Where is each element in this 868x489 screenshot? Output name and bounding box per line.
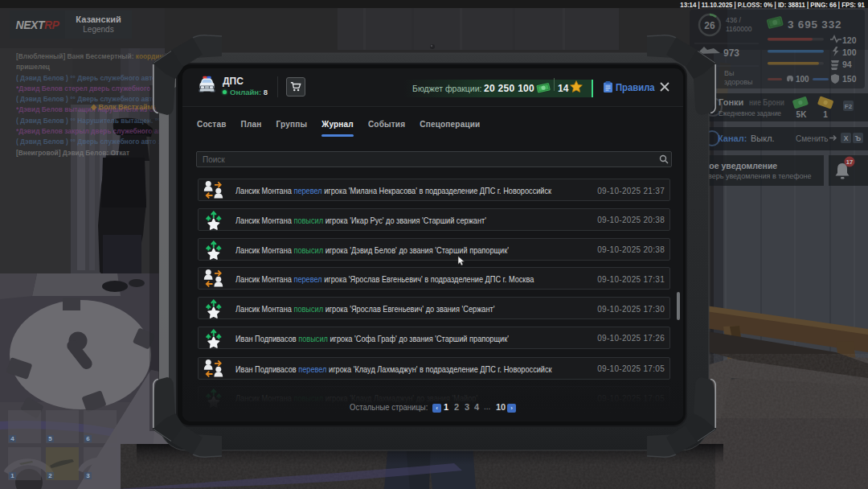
svg-text:436 /: 436 / bbox=[726, 16, 742, 24]
svg-text:17: 17 bbox=[846, 158, 853, 166]
svg-text:1: 1 bbox=[823, 110, 828, 119]
svg-text:3 695 332: 3 695 332 bbox=[788, 18, 841, 31]
svg-text:Ъ: Ъ bbox=[855, 134, 862, 142]
svg-text:6: 6 bbox=[86, 435, 90, 442]
svg-text:Сменить: Сменить bbox=[796, 134, 829, 143]
svg-text:F2: F2 bbox=[845, 103, 853, 110]
svg-text:ние Брони: ние Брони bbox=[749, 97, 784, 107]
svg-text:2: 2 bbox=[48, 472, 52, 479]
svg-text:94: 94 bbox=[842, 60, 852, 69]
svg-text:3: 3 bbox=[86, 472, 90, 479]
svg-text:X: X bbox=[844, 134, 849, 142]
svg-text:5: 5 bbox=[48, 435, 52, 442]
svg-text:Выкл.: Выкл. bbox=[751, 134, 775, 143]
svg-text:100: 100 bbox=[842, 47, 857, 57]
svg-text:5K: 5K bbox=[796, 110, 808, 119]
svg-text:150: 150 bbox=[842, 74, 857, 84]
svg-text:120: 120 bbox=[842, 35, 857, 45]
svg-text:1: 1 bbox=[10, 472, 14, 479]
svg-text:4: 4 bbox=[10, 435, 14, 442]
svg-text:100: 100 bbox=[796, 75, 809, 84]
